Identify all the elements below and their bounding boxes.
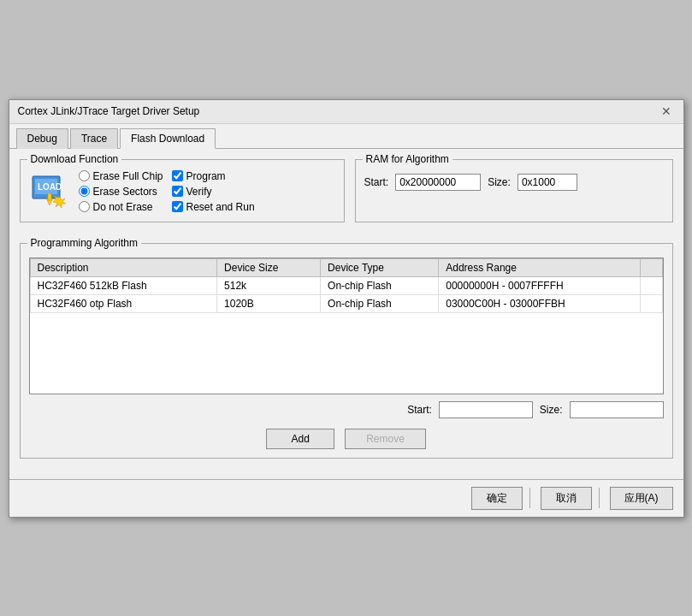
footer: 确定 取消 应用(A) xyxy=(9,479,683,517)
radio-erase-sectors[interactable]: Erase Sectors xyxy=(79,186,163,198)
tab-debug[interactable]: Debug xyxy=(16,128,68,149)
table-row[interactable]: HC32F460 512kB Flash512kOn-chip Flash000… xyxy=(30,276,662,294)
cell-description: HC32F460 512kB Flash xyxy=(30,276,217,294)
dialog: Cortex JLink/JTrace Target Driver Setup … xyxy=(9,99,684,518)
checkbox-reset-and-run[interactable]: Reset and Run xyxy=(172,201,255,213)
radio-do-not-erase-label: Do not Erase xyxy=(93,201,153,213)
tab-trace[interactable]: Trace xyxy=(70,128,118,149)
cell-device-type: On-chip Flash xyxy=(321,276,439,294)
download-function-legend: Download Function xyxy=(27,153,122,165)
cell-address-range: 00000000H - 0007FFFFH xyxy=(439,276,641,294)
ok-button[interactable]: 确定 xyxy=(471,487,523,510)
radio-erase-full-chip-label: Erase Full Chip xyxy=(93,170,163,182)
radio-erase-sectors-label: Erase Sectors xyxy=(93,186,157,198)
col-extra xyxy=(640,258,662,276)
col-address-range: Address Range xyxy=(439,258,641,276)
footer-divider xyxy=(529,488,530,508)
download-function-group: Download Function LOAD xyxy=(20,159,345,222)
apply-button[interactable]: 应用(A) xyxy=(610,487,673,510)
checkbox-group: Program Verify Reset and Run xyxy=(172,170,255,213)
algorithm-table-container[interactable]: Description Device Size Device Type Addr… xyxy=(29,258,664,394)
col-device-type: Device Type xyxy=(321,258,439,276)
ram-for-algorithm-group: RAM for Algorithm Start: Size: xyxy=(355,159,673,222)
remove-button[interactable]: Remove xyxy=(345,429,426,449)
algorithm-table: Description Device Size Device Type Addr… xyxy=(30,258,663,313)
add-remove-row: Add Remove xyxy=(29,429,664,449)
dialog-title: Cortex JLink/JTrace Target Driver Setup xyxy=(18,105,200,117)
table-header-row: Description Device Size Device Type Addr… xyxy=(30,258,662,276)
checkbox-program-input[interactable] xyxy=(172,170,183,181)
load-icon: LOAD xyxy=(29,171,70,212)
checkbox-reset-and-run-label: Reset and Run xyxy=(186,201,255,213)
ram-for-algorithm-legend: RAM for Algorithm xyxy=(363,153,452,165)
radio-group: Erase Full Chip Erase Sectors Do not Era… xyxy=(79,170,163,213)
radio-erase-sectors-input[interactable] xyxy=(79,186,90,197)
algo-size-input[interactable] xyxy=(570,401,664,418)
cell-extra xyxy=(640,294,662,312)
checkbox-verify-input[interactable] xyxy=(172,186,183,197)
tab-bar: Debug Trace Flash Download xyxy=(9,124,683,149)
cancel-button[interactable]: 取消 xyxy=(541,487,592,510)
algo-start-label: Start: xyxy=(407,404,432,416)
checkbox-program[interactable]: Program xyxy=(172,170,255,182)
start-input[interactable] xyxy=(395,174,481,191)
checkbox-verify-label: Verify xyxy=(186,186,212,198)
size-input[interactable] xyxy=(518,174,577,191)
cell-device-size: 512k xyxy=(217,276,321,294)
footer-divider-2 xyxy=(599,488,600,508)
add-button[interactable]: Add xyxy=(266,429,334,449)
tab-flash-download[interactable]: Flash Download xyxy=(120,128,216,149)
checkbox-reset-and-run-input[interactable] xyxy=(172,201,183,212)
col-description: Description xyxy=(30,258,217,276)
download-function-inner: LOAD Erase Full Chip xyxy=(29,170,335,213)
start-label: Start: xyxy=(364,176,389,188)
algo-start-input[interactable] xyxy=(439,401,533,418)
top-groups: Download Function LOAD xyxy=(20,159,673,233)
cell-device-type: On-chip Flash xyxy=(321,294,439,312)
radio-do-not-erase-input[interactable] xyxy=(79,201,90,212)
start-size-row: Start: Size: xyxy=(29,401,664,418)
close-button[interactable]: ✕ xyxy=(658,104,675,118)
cell-extra xyxy=(640,276,662,294)
cell-address-range: 03000C00H - 03000FFBH xyxy=(439,294,641,312)
radio-erase-full-chip-input[interactable] xyxy=(79,170,90,181)
checkbox-verify[interactable]: Verify xyxy=(172,186,255,198)
col-device-size: Device Size xyxy=(217,258,321,276)
svg-rect-4 xyxy=(48,193,51,200)
algo-size-label: Size: xyxy=(540,404,563,416)
cell-description: HC32F460 otp Flash xyxy=(30,294,217,312)
programming-algorithm-legend: Programming Algorithm xyxy=(27,237,141,249)
title-bar: Cortex JLink/JTrace Target Driver Setup … xyxy=(9,100,683,124)
ram-inner: Start: Size: xyxy=(364,174,664,191)
svg-text:LOAD: LOAD xyxy=(38,182,62,192)
table-row[interactable]: HC32F460 otp Flash1020BOn-chip Flash0300… xyxy=(30,294,662,312)
content-area: Download Function LOAD xyxy=(9,149,683,479)
programming-algorithm-group: Programming Algorithm Description Device… xyxy=(20,243,673,459)
radio-do-not-erase[interactable]: Do not Erase xyxy=(79,201,163,213)
size-label: Size: xyxy=(488,176,511,188)
radio-erase-full-chip[interactable]: Erase Full Chip xyxy=(79,170,163,182)
cell-device-size: 1020B xyxy=(217,294,321,312)
checkbox-program-label: Program xyxy=(186,170,226,182)
